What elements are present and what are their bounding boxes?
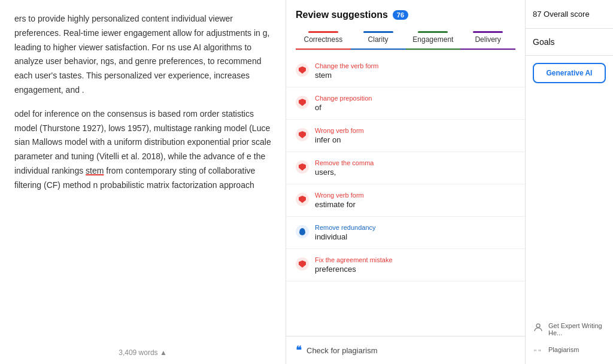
word-count: 3,409 words ▲	[119, 348, 167, 357]
suggestion-content-3: Remove the comma users,	[315, 159, 515, 177]
suggestion-category-4: Wrong verb form	[315, 192, 515, 199]
tab-delivery-label: Delivery	[475, 35, 500, 44]
suggestion-icon-0	[296, 63, 309, 77]
shield-icon-2	[299, 131, 306, 138]
get-expert-label: Get Expert Writing He...	[548, 322, 606, 336]
suggestion-category-3: Remove the comma	[315, 159, 515, 166]
suggestion-icon-2	[296, 128, 309, 141]
score-value: 87 Overall score	[533, 10, 590, 19]
suggestion-content-4: Wrong verb form estimate for	[315, 192, 515, 209]
get-expert-item[interactable]: Get Expert Writing He...	[533, 322, 606, 336]
suggestion-text-5: individual	[315, 232, 515, 241]
suggestion-content-1: Change preposition of	[315, 95, 515, 112]
document-text: ers to provide highly personalized conte…	[14, 12, 271, 193]
suggestion-icon-6	[296, 257, 309, 271]
plagiarism-label: Plagiarism	[548, 346, 579, 353]
tab-correctness-label: Correctness	[304, 35, 343, 44]
quote-icon: ❝	[296, 344, 302, 357]
suggestion-content-6: Fix the agreement mistake preferences	[315, 256, 515, 274]
suggestions-title-text: Review suggestions	[296, 10, 388, 20]
svg-text:": "	[534, 348, 537, 356]
clarity-bar	[363, 31, 393, 33]
paragraph-2: odel for inference on the consensus is b…	[14, 107, 271, 193]
suggestion-icon-3	[296, 160, 309, 174]
goals-section[interactable]: Goals	[526, 29, 613, 56]
suggestion-text-2: infer on	[315, 135, 515, 144]
plagiarism-item[interactable]: " " Plagiarism	[533, 346, 606, 357]
tabs-container: Correctness Clarity Engagement Delivery	[296, 28, 515, 50]
suggestion-category-1: Change preposition	[315, 95, 515, 102]
suggestion-content-0: Change the verb form stem	[315, 62, 515, 80]
suggestions-title: Review suggestions 76	[296, 10, 515, 20]
suggestion-item-1[interactable]: Change preposition of	[286, 87, 525, 120]
suggestions-header: Review suggestions 76 Correctness Clarit…	[286, 0, 525, 50]
tab-delivery[interactable]: Delivery	[460, 28, 515, 50]
tab-clarity[interactable]: Clarity	[351, 28, 406, 50]
tab-engagement[interactable]: Engagement	[406, 28, 461, 50]
suggestion-icon-4	[296, 193, 309, 206]
shield-icon-1	[299, 99, 306, 106]
suggestion-category-5: Remove redundancy	[315, 224, 515, 231]
suggestion-item-2[interactable]: Wrong verb form infer on	[286, 120, 525, 152]
suggestion-content-5: Remove redundancy individual	[315, 224, 515, 241]
suggestion-item-5[interactable]: Remove redundancy individual	[286, 217, 525, 249]
suggestion-item-6[interactable]: Fix the agreement mistake preferences	[286, 249, 525, 281]
suggestion-text-4: estimate for	[315, 200, 515, 209]
goals-label: Goals	[533, 37, 555, 47]
svg-text:": "	[538, 348, 541, 356]
droplet-icon-5	[299, 228, 305, 235]
generative-ai-button[interactable]: Generative AI	[533, 63, 606, 83]
overall-score: 87 Overall score	[526, 0, 613, 29]
suggestion-icon-1	[296, 96, 309, 109]
suggestion-category-6: Fix the agreement mistake	[315, 256, 515, 263]
correctness-bar	[308, 31, 338, 33]
suggestion-item-0[interactable]: Change the verb form stem	[286, 55, 525, 87]
suggestion-content-2: Wrong verb form infer on	[315, 127, 515, 144]
delivery-bar	[473, 31, 503, 33]
person-icon	[533, 322, 544, 333]
shield-icon-6	[299, 260, 306, 268]
tab-correctness[interactable]: Correctness	[296, 28, 351, 50]
right-panel: 87 Overall score Goals Generative AI Get…	[526, 0, 613, 364]
suggestion-text-0: stem	[315, 71, 515, 80]
right-bottom: Get Expert Writing He... " " Plagiarism	[526, 90, 613, 364]
suggestion-icon-5	[296, 225, 309, 238]
suggestions-badge: 76	[393, 10, 408, 20]
suggestions-panel: Review suggestions 76 Correctness Clarit…	[286, 0, 526, 364]
shield-icon-4	[299, 196, 306, 203]
tab-clarity-label: Clarity	[368, 35, 389, 44]
plagiarism-link[interactable]: Check for plagiarism	[306, 346, 378, 355]
engagement-bar	[418, 31, 448, 33]
suggestion-category-0: Change the verb form	[315, 62, 515, 69]
tab-engagement-label: Engagement	[412, 35, 453, 44]
suggestion-category-2: Wrong verb form	[315, 127, 515, 134]
document-panel: ers to provide highly personalized conte…	[0, 0, 286, 364]
quotes-icon: " "	[533, 346, 544, 357]
highlighted-word: stem	[86, 166, 104, 175]
shield-icon-3	[299, 163, 306, 171]
suggestions-footer[interactable]: ❝ Check for plagiarism	[286, 336, 525, 364]
suggestion-item-4[interactable]: Wrong verb form estimate for	[286, 184, 525, 217]
shield-icon-0	[299, 66, 306, 74]
suggestions-list: Change the verb form stem Change preposi…	[286, 50, 525, 336]
suggestion-text-3: users,	[315, 168, 515, 177]
suggestion-text-1: of	[315, 103, 515, 112]
suggestion-text-6: preferences	[315, 265, 515, 274]
paragraph-1: ers to provide highly personalized conte…	[14, 12, 271, 98]
svg-point-0	[536, 324, 540, 327]
suggestion-item-3[interactable]: Remove the comma users,	[286, 152, 525, 184]
